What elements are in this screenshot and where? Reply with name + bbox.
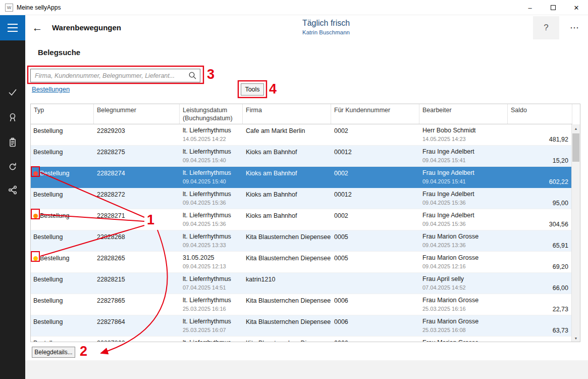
cell-typ: Bestellung (31, 167, 94, 187)
sidebar-item-awards[interactable] (0, 107, 25, 127)
help-button[interactable]: ? (533, 16, 559, 39)
cell-bearbeiter: Frau Inge Adelbert 09.04.2025 15:36 (419, 209, 508, 230)
table-row[interactable]: Bestellung 22829203 lt. Lieferrhythmus 1… (31, 124, 572, 146)
bearbeiter-name: Frau Inge Adelbert (422, 212, 508, 219)
bearbeiter-date: 09.04.2025 12:16 (422, 263, 508, 269)
table-row[interactable]: Bestellung 22827865 lt. Lieferrhythmus 2… (31, 294, 572, 315)
app-icon-glyph: W (7, 5, 12, 10)
column-header-firma[interactable]: Firma (243, 104, 331, 124)
table-row[interactable]: Bestellung 22828271 lt. Lieferrhythmus 0… (31, 209, 572, 230)
cell-belegnummer: 22828271 (94, 209, 180, 230)
cell-typ: Bestellung (31, 273, 94, 294)
tab-bestellungen[interactable]: Bestellungen (32, 85, 70, 93)
sidebar-item-documents[interactable] (0, 132, 25, 153)
scroll-down-button[interactable]: ▼ (572, 334, 580, 342)
cell-saldo (508, 337, 572, 342)
leistungsdatum-value: lt. Lieferrhythmus (183, 191, 243, 198)
hamburger-menu-button[interactable] (0, 15, 25, 40)
scroll-up-button[interactable]: ▲ (572, 124, 580, 133)
cell-leistungsdatum: lt. Lieferrhythmus 14.05.2025 14:22 (180, 124, 243, 145)
bearbeiter-name: Frau Inge Adelbert (422, 169, 508, 176)
typ-label: Bestellung (33, 233, 63, 241)
more-button[interactable]: ⋯ (565, 20, 583, 35)
column-header-bearbeiter[interactable]: Bearbeiter (419, 104, 508, 124)
leistungsdatum-value: lt. Lieferrhythmus (183, 127, 243, 134)
table-row[interactable]: Bestellung 22828275 lt. Lieferrhythmus 0… (31, 146, 572, 167)
cell-firma: Cafe am Markt Berlin (243, 124, 331, 145)
help-icon: ? (544, 23, 548, 33)
buchungsdatum-value: 25.03.2025 16:16 (183, 306, 243, 312)
table-row[interactable]: Bestellung 22828274 lt. Lieferrhythmus 0… (31, 167, 572, 188)
cell-belegnummer: 22827865 (94, 294, 180, 315)
hamburger-icon (8, 27, 18, 28)
cell-leistungsdatum: 31.05.2025 09.04.2025 12:13 (180, 252, 243, 272)
cell-bearbeiter: Frau April selly 07.04.2025 14:52 (419, 273, 508, 294)
cell-firma: Kita Blausternchen Diepensee (243, 315, 331, 336)
leistungsdatum-value: lt. Lieferrhythmus (183, 148, 243, 155)
leistungsdatum-value: lt. Lieferrhythmus (183, 233, 243, 240)
column-header-kundennummer[interactable]: Für Kundennummer (331, 104, 419, 124)
table-row[interactable]: Bestellung 22827862 lt. Lieferrhythmus K… (31, 337, 572, 342)
back-icon: ← (32, 22, 43, 34)
sidebar-item-share[interactable] (0, 180, 25, 200)
minimize-button[interactable]: – (518, 0, 542, 15)
bearbeiter-name: Frau Marion Grosse (422, 297, 508, 304)
column-header-belegnummer[interactable]: Belegnummer (94, 104, 180, 124)
vertical-scrollbar[interactable]: ▲ ▼ (571, 124, 580, 342)
cell-bearbeiter: Frau Marion Grosse 09.04.2025 12:16 (419, 252, 508, 272)
cell-typ: Bestellung (31, 230, 94, 251)
table-row[interactable]: Bestellung 22828268 lt. Lieferrhythmus 0… (31, 230, 572, 252)
typ-label: Bestellung (33, 297, 63, 304)
search-icon (188, 71, 197, 82)
search-input[interactable] (30, 69, 200, 82)
cell-kundennummer: 0006 (331, 337, 419, 342)
clipboard-icon (8, 137, 18, 148)
cell-saldo: 602,22 (508, 167, 572, 187)
page-title: Warenbewegungen (52, 23, 121, 32)
titlebar: W Meine sellyApps – ✕ (0, 0, 588, 15)
buchungsdatum-value: 09.04.2025 15:36 (183, 200, 243, 206)
column-header-typ[interactable]: Typ (31, 104, 94, 124)
typ-label: Bestellung (33, 127, 63, 134)
cell-typ: Bestellung (31, 337, 94, 342)
buchungsdatum-value: 25.03.2025 16:07 (183, 327, 243, 333)
close-button[interactable]: ✕ (565, 0, 588, 15)
bearbeiter-name: Frau Inge Adelbert (422, 148, 508, 155)
table-row[interactable]: Bestellung 22828215 lt. Lieferrhythmus 0… (31, 273, 572, 294)
cell-kundennummer: 0002 (331, 167, 419, 187)
bearbeiter-date: 09.04.2025 15:36 (422, 221, 508, 227)
belegdetails-button[interactable]: Belegdetails... (32, 347, 75, 358)
typ-label: Bestellung (33, 318, 63, 325)
table-row[interactable]: Bestellung 22827864 lt. Lieferrhythmus 2… (31, 315, 572, 337)
bearbeiter-date: 07.04.2025 14:52 (422, 285, 508, 291)
leistungsdatum-value: lt. Lieferrhythmus (183, 318, 243, 325)
minimize-icon: – (528, 4, 531, 12)
account-block[interactable]: Täglich frisch Katrin Buschmann (250, 19, 402, 35)
sidebar-item-tasks[interactable] (0, 82, 25, 102)
bearbeiter-date: 09.04.2025 15:41 (422, 178, 508, 184)
maximize-button[interactable] (542, 0, 565, 15)
column-header-saldo[interactable]: Saldo (508, 104, 572, 124)
cell-bearbeiter: Frau Inge Adelbert 09.04.2025 15:36 (419, 188, 508, 209)
column-header-leistungsdatum[interactable]: Leistungsdatum (Buchungsdatum) (180, 104, 243, 124)
scrollbar-thumb[interactable] (572, 133, 579, 162)
bearbeiter-date: 09.04.2025 13:36 (422, 242, 508, 248)
cell-kundennummer: 0002 (331, 124, 419, 145)
cell-bearbeiter: Frau Inge Adelbert 09.04.2025 15:41 (419, 167, 508, 187)
back-button[interactable]: ← (29, 19, 45, 36)
sidebar-item-sync[interactable] (0, 157, 25, 177)
company-name: Täglich frisch (250, 19, 402, 28)
table-row[interactable]: Bestellung 22828272 lt. Lieferrhythmus 0… (31, 188, 572, 209)
table-row[interactable]: Bestellung 22828265 31.05.2025 09.04.202… (31, 252, 572, 273)
bearbeiter-name: Frau Inge Adelbert (422, 191, 508, 198)
cell-kundennummer: 0002 (331, 209, 419, 230)
buchungsdatum-value: 09.04.2025 13:33 (183, 242, 243, 248)
cell-belegnummer: 22828268 (94, 230, 180, 251)
ribbon-icon (8, 112, 18, 122)
tools-button[interactable]: Tools (241, 83, 264, 96)
section-heading: Belegsuche (38, 48, 80, 57)
typ-label: Bestellung (40, 170, 69, 177)
typ-label: Bestellung (33, 276, 63, 283)
cell-firma: Kioks am Bahnhof (243, 146, 331, 166)
cell-firma: Kioks am Bahnhof (243, 167, 331, 187)
